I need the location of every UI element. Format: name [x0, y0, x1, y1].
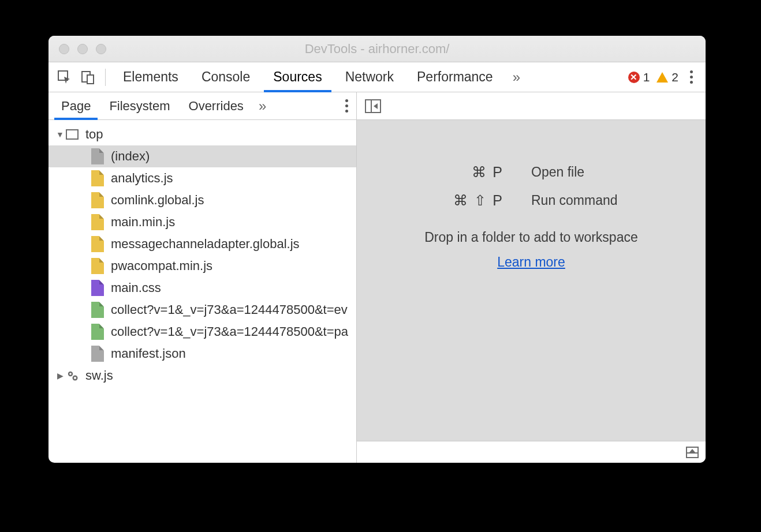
file-name: manifest.json	[111, 346, 186, 361]
tab-performance[interactable]: Performance	[405, 62, 505, 92]
navigator-menu-button[interactable]	[337, 99, 356, 113]
tree-file-row[interactable]: main.min.js	[49, 211, 356, 233]
tab-console[interactable]: Console	[190, 62, 262, 92]
tab-elements[interactable]: Elements	[111, 62, 190, 92]
tree-file-row[interactable]: (index)	[49, 145, 356, 167]
file-name: main.min.js	[111, 215, 175, 230]
service-worker-icon	[66, 369, 80, 383]
file-icon	[91, 236, 104, 252]
traffic-lights	[49, 44, 106, 54]
tabs-overflow-icon[interactable]: »	[505, 69, 528, 85]
file-name: collect?v=1&_v=j73&a=1244478500&t=pa	[111, 324, 348, 339]
main-tabbar: ElementsConsoleSourcesNetworkPerformance…	[49, 62, 706, 92]
navigator-tab-page[interactable]: Page	[52, 92, 100, 119]
tree-file-row[interactable]: analytics.js	[49, 167, 356, 189]
shortcut-run-command: ⌘ ⇧ P Run command	[393, 192, 670, 209]
show-navigator-icon[interactable]	[365, 99, 381, 113]
file-name: pwacompat.min.js	[111, 258, 212, 274]
svg-point-4	[69, 373, 72, 375]
shortcut-keys: ⌘ ⇧ P	[393, 192, 531, 209]
workspace-drop-hint: Drop in a folder to add to workspace	[424, 230, 637, 245]
show-drawer-icon[interactable]	[686, 447, 699, 458]
inspect-element-icon[interactable]	[56, 69, 73, 86]
close-window-button[interactable]	[59, 44, 69, 54]
tree-file-row[interactable]: main.css	[49, 277, 356, 299]
file-icon	[91, 324, 104, 340]
tab-sources[interactable]: Sources	[262, 62, 333, 92]
tab-network[interactable]: Network	[334, 62, 405, 92]
disclosure-triangle-icon[interactable]: ▼	[55, 130, 65, 139]
file-name: (index)	[111, 149, 150, 164]
file-icon	[91, 302, 104, 318]
file-name: main.css	[111, 280, 161, 295]
tree-file-row[interactable]: collect?v=1&_v=j73&a=1244478500&t=ev	[49, 299, 356, 321]
svg-rect-2	[87, 75, 94, 84]
file-icon	[91, 346, 104, 362]
tree-row-top[interactable]: ▼ top	[49, 123, 356, 145]
file-name: analytics.js	[111, 171, 173, 186]
file-icon	[91, 170, 104, 186]
file-icon	[91, 192, 104, 208]
svg-point-6	[74, 377, 76, 379]
file-icon	[91, 280, 104, 296]
warning-count: 2	[672, 70, 678, 84]
shortcut-open-file: ⌘ P Open file	[393, 164, 670, 181]
tree-label-top: top	[85, 127, 103, 142]
tree-file-row[interactable]: pwacompat.min.js	[49, 255, 356, 277]
warning-icon	[656, 72, 668, 83]
navigator-tab-filesystem[interactable]: Filesystem	[100, 92, 179, 119]
shortcut-label: Open file	[531, 164, 670, 180]
window-title: DevTools - airhorner.com/	[49, 42, 706, 57]
learn-more-link[interactable]: Learn more	[497, 254, 565, 270]
device-toolbar-icon[interactable]	[79, 69, 96, 86]
tree-file-row[interactable]: messagechanneladapter.global.js	[49, 233, 356, 255]
shortcut-keys: ⌘ P	[393, 164, 531, 181]
tree-row-sw[interactable]: ▶ sw.js	[49, 365, 356, 387]
frame-icon	[66, 129, 79, 140]
devtools-window: DevTools - airhorner.com/ ElementsConsol…	[49, 36, 706, 463]
editor-pane: ⌘ P Open file ⌘ ⇧ P Run command Drop in …	[357, 92, 706, 463]
tree-label-sw: sw.js	[85, 368, 113, 383]
tree-file-row[interactable]: collect?v=1&_v=j73&a=1244478500&t=pa	[49, 321, 356, 343]
errors-indicator[interactable]: ✕ 1	[628, 70, 650, 84]
editor-footer	[357, 441, 706, 463]
editor-placeholder: ⌘ P Open file ⌘ ⇧ P Run command Drop in …	[357, 120, 706, 441]
navigator-overflow-icon[interactable]: »	[253, 98, 272, 114]
file-name: comlink.global.js	[111, 193, 204, 208]
main-tabs: ElementsConsoleSourcesNetworkPerformance	[111, 62, 505, 92]
disclosure-triangle-icon[interactable]: ▶	[55, 371, 65, 380]
main-menu-button[interactable]	[682, 70, 701, 84]
file-tree: ▼ top (index)analytics.jscomlink.global.…	[49, 120, 356, 463]
panel-body: PageFilesystemOverrides » ▼ top (index)a…	[49, 92, 706, 463]
navigator-tabs: PageFilesystemOverrides »	[49, 92, 356, 120]
shortcut-label: Run command	[531, 193, 670, 208]
file-name: messagechanneladapter.global.js	[111, 237, 300, 252]
error-icon: ✕	[628, 72, 640, 83]
sources-navigator: PageFilesystemOverrides » ▼ top (index)a…	[49, 92, 357, 463]
file-icon	[91, 214, 104, 230]
file-icon	[91, 258, 104, 274]
navigator-tab-overrides[interactable]: Overrides	[180, 92, 253, 119]
editor-header	[357, 92, 706, 120]
tree-file-row[interactable]: manifest.json	[49, 343, 356, 365]
file-icon	[91, 148, 104, 164]
divider	[105, 69, 106, 86]
minimize-window-button[interactable]	[77, 44, 88, 54]
warnings-indicator[interactable]: 2	[656, 70, 678, 84]
file-name: collect?v=1&_v=j73&a=1244478500&t=ev	[111, 302, 348, 317]
tree-file-row[interactable]: comlink.global.js	[49, 189, 356, 211]
titlebar: DevTools - airhorner.com/	[49, 36, 706, 62]
error-count: 1	[643, 70, 650, 84]
zoom-window-button[interactable]	[96, 44, 106, 54]
